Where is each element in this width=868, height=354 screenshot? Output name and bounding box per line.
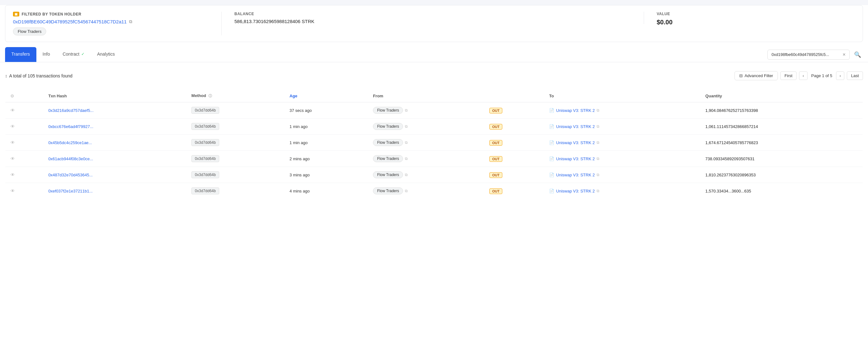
from-badge-0: Flow Traders ⧉ [373,107,479,114]
txn-hash-link-3[interactable]: 0x61acb944f08c3e0ce... [49,157,93,161]
filter-label-text: FILTERED BY TOKEN HOLDER [22,12,82,17]
to-copy-icon-1[interactable]: ⧉ [597,124,599,129]
method-badge-0: 0x3d7dd64b [191,107,219,114]
to-link-1[interactable]: Uniswap V3: STRK 2 [556,124,595,129]
eye-icon-4[interactable]: 👁 [10,172,15,177]
tab-contract-label: Contract [63,52,80,57]
method-help-icon[interactable]: ⓘ [209,94,212,98]
txn-hash-link-2[interactable]: 0x45b5dc4c259ce1ae... [49,140,92,145]
tab-analytics[interactable]: Analytics [91,47,121,62]
from-copy-icon-0[interactable]: ⧉ [405,108,408,112]
to-copy-icon-0[interactable]: ⧉ [597,108,599,112]
tab-contract[interactable]: Contract ✓ [56,47,91,62]
to-link-4[interactable]: Uniswap V3: STRK 2 [556,172,595,177]
last-page-button[interactable]: Last [847,71,863,80]
filter-btn-icon: ⊟ [739,73,743,78]
th-age[interactable]: Age [284,90,368,102]
eye-icon-1[interactable]: 👁 [10,124,15,129]
from-copy-icon-1[interactable]: ⧉ [405,124,408,129]
from-badge-1: Flow Traders ⧉ [373,123,479,130]
filter-icon-badge: ▣ [13,12,19,17]
to-link-3[interactable]: Uniswap V3: STRK 2 [556,157,595,161]
cell-method-0: 0x3d7dd64b [186,102,284,119]
to-link-5[interactable]: Uniswap V3: STRK 2 [556,189,595,193]
first-page-button[interactable]: First [780,71,797,80]
from-copy-icon-2[interactable]: ⧉ [405,140,408,145]
contract-icon-3: 📄 [549,157,554,161]
cell-qty-0: 1,904.084676252715763398 [700,102,863,119]
cell-qty-1: 1,061.111457342866857214 [700,119,863,135]
pagination-area: ⊟ Advanced Filter First ‹ Page 1 of 5 › … [735,71,863,80]
cell-direction-1: OUT [484,119,544,135]
age-value-5: 4 mins ago [289,189,310,193]
tab-info[interactable]: Info [36,47,56,62]
cell-to-0: 📄 Uniswap V3: STRK 2 ⧉ [544,102,700,119]
from-entity-tag-3[interactable]: Flow Traders [373,155,403,162]
direction-badge-4: OUT [489,172,502,178]
from-copy-icon-4[interactable]: ⧉ [405,172,408,177]
cell-age-0: 37 secs ago [284,102,368,119]
th-eye-icon: ⊙ [10,94,14,98]
eye-icon-3[interactable]: 👁 [10,156,15,161]
to-area-5: 📄 Uniswap V3: STRK 2 ⧉ [549,189,695,193]
tab-transfers[interactable]: Transfers [5,47,36,62]
contract-icon-2: 📄 [549,140,554,145]
balance-value: 586,813.730162965988128406 STRK [235,19,631,24]
cell-direction-5: OUT [484,183,544,199]
search-button[interactable]: 🔍 [852,49,863,60]
txn-hash-link-4[interactable]: 0x487d32e70d453645... [49,172,93,177]
to-copy-icon-3[interactable]: ⧉ [597,157,599,161]
advanced-filter-button[interactable]: ⊟ Advanced Filter [735,71,778,80]
age-value-4: 3 mins ago [289,172,310,177]
tab-analytics-label: Analytics [97,52,115,57]
cell-age-3: 2 mins ago [284,151,368,167]
flow-traders-tag[interactable]: Flow Traders [13,28,46,35]
page-indicator: Page 1 of 5 [810,73,834,78]
to-copy-icon-5[interactable]: ⧉ [597,189,599,193]
eye-icon-2[interactable]: 👁 [10,140,15,145]
eye-icon-0[interactable]: 👁 [10,108,15,113]
filter-btn-label: Advanced Filter [745,73,773,78]
prev-page-button[interactable]: ‹ [799,71,807,80]
to-area-0: 📄 Uniswap V3: STRK 2 ⧉ [549,108,695,113]
cell-qty-2: 1,674.671245405785776823 [700,135,863,151]
txn-hash-link-5[interactable]: 0xef037f2e1e37211b1... [49,189,93,193]
from-entity-tag-2[interactable]: Flow Traders [373,139,403,146]
cell-to-3: 📄 Uniswap V3: STRK 2 ⧉ [544,151,700,167]
cell-txn-2: 0x45b5dc4c259ce1ae... [43,135,186,151]
cell-txn-0: 0x3d216a9cd757daef5... [43,102,186,119]
qty-value-1: 1,061.111457342866857214 [705,124,758,129]
from-entity-tag-4[interactable]: Flow Traders [373,171,403,178]
to-link-2[interactable]: Uniswap V3: STRK 2 [556,140,595,145]
search-box: × [767,50,850,60]
from-copy-icon-3[interactable]: ⧉ [405,157,408,161]
cell-age-2: 1 min ago [284,135,368,151]
txn-hash-link-1[interactable]: 0xbcc676e6ad4f79927... [49,124,93,129]
next-page-button[interactable]: › [836,71,844,80]
from-entity-tag-0[interactable]: Flow Traders [373,107,403,114]
cell-txn-3: 0x61acb944f08c3e0ce... [43,151,186,167]
cell-to-5: 📄 Uniswap V3: STRK 2 ⧉ [544,183,700,199]
to-copy-icon-4[interactable]: ⧉ [597,172,599,177]
sort-icon: ↕ [5,73,7,78]
to-link-0[interactable]: Uniswap V3: STRK 2 [556,108,595,113]
method-badge-5: 0x3d7dd64b [191,187,219,194]
direction-badge-1: OUT [489,124,502,130]
address-copy-icon[interactable]: ⧉ [129,19,132,24]
from-entity-tag-1[interactable]: Flow Traders [373,123,403,130]
cell-from-4: Flow Traders ⧉ [368,167,484,183]
th-eye: ⊙ [5,90,43,102]
table-row: 👁 0xbcc676e6ad4f79927... 0x3d7dd64b 1 mi… [5,119,863,135]
from-entity-tag-5[interactable]: Flow Traders [373,187,403,194]
token-holder-address[interactable]: 0xD198fBE60C49D4789525fC54567447518C7D2a… [13,19,127,24]
search-clear-icon[interactable]: × [843,52,845,58]
cell-to-1: 📄 Uniswap V3: STRK 2 ⧉ [544,119,700,135]
to-copy-icon-2[interactable]: ⧉ [597,140,599,145]
from-copy-icon-5[interactable]: ⧉ [405,189,408,193]
eye-icon-5[interactable]: 👁 [10,188,15,193]
contract-icon-0: 📄 [549,108,554,113]
search-input[interactable] [772,52,840,57]
cell-to-4: 📄 Uniswap V3: STRK 2 ⧉ [544,167,700,183]
cell-direction-2: OUT [484,135,544,151]
txn-hash-link-0[interactable]: 0x3d216a9cd757daef5... [49,108,94,113]
